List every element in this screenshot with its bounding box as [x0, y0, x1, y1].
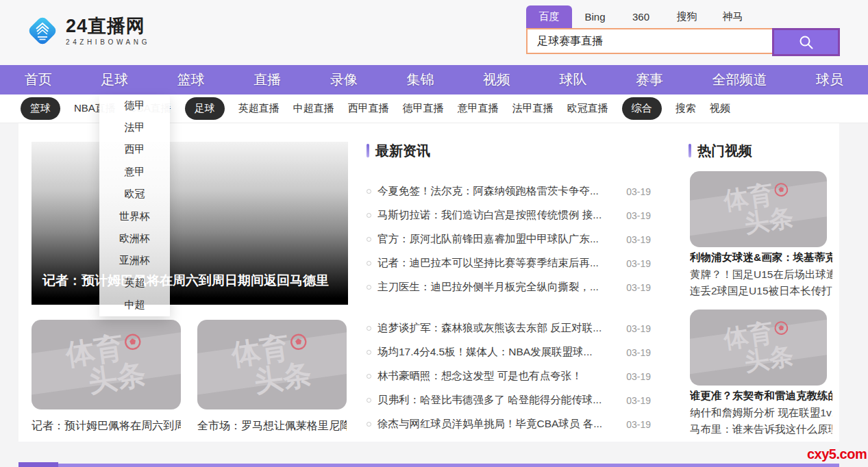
site-watermark: cxy5.com: [807, 446, 867, 462]
news-link[interactable]: 林书豪晒照：想念这发型 可是也有点夸张！: [377, 369, 619, 383]
sports-headline-watermark: 体育 头条: [32, 320, 181, 409]
news-row: 今夏免签！法尔克：阿森纳领跑格雷茨卡争夺... 03-19: [367, 179, 651, 203]
engine-tab-baidu[interactable]: 百度: [526, 5, 572, 28]
engine-tab-shenma[interactable]: 神马: [710, 5, 756, 28]
news-date: 03-19: [619, 234, 651, 245]
bullet-icon: [367, 398, 371, 403]
video-caption[interactable]: 马布里：谁来告诉我这什么原理: [690, 421, 832, 438]
nav-item-all-channels[interactable]: 全部频道: [707, 71, 773, 89]
dropdown-item-seriea[interactable]: 意甲: [99, 161, 170, 183]
dropdown-item-eurocup[interactable]: 欧洲杯: [99, 227, 170, 249]
section-title: 热门视频: [697, 142, 752, 160]
nav-item-replay[interactable]: 录像: [325, 71, 363, 89]
news-link[interactable]: 记者：迪巴拉本可以坚持比赛等赛季结束后再...: [377, 256, 619, 270]
news-link[interactable]: 马斯切拉诺：我们造访白宫是按照传统惯例 接...: [377, 208, 619, 223]
news-link[interactable]: 贝弗利：哈登比韦德强多了 哈登能得分能传球...: [377, 393, 619, 407]
nav-item-basketball[interactable]: 篮球: [172, 71, 210, 89]
search-button[interactable]: [772, 28, 840, 56]
video-caption[interactable]: 连丢2球国足U15被日本长传打: [690, 283, 832, 300]
nav-item-players[interactable]: 球员: [810, 71, 849, 89]
bullet-icon: [367, 350, 371, 355]
news-link[interactable]: 主刀医生：迪巴拉外侧半月板完全纵向撕裂，...: [377, 280, 619, 294]
news-card-title[interactable]: 全市场：罗马想让佩莱格里尼降: [197, 419, 347, 433]
news-date: 03-19: [619, 395, 651, 406]
nav-item-live[interactable]: 直播: [248, 71, 286, 89]
section-accent-bar: [689, 144, 691, 157]
nav-item-highlights[interactable]: 集锦: [401, 71, 439, 89]
video-caption[interactable]: 纳什和詹姆斯分析 现在联盟1v1: [690, 405, 832, 422]
news-link[interactable]: 官方：原河北队前锋田嘉睿加盟中甲球队广东...: [377, 232, 619, 247]
nav-item-football[interactable]: 足球: [95, 71, 134, 89]
site-logo[interactable]: 24直播网 24ZHIBOWANG: [26, 14, 150, 47]
bullet-icon: [367, 189, 371, 194]
sports-headline-watermark: 体育 头条: [197, 320, 347, 409]
engine-tab-sogou[interactable]: 搜狗: [664, 5, 710, 28]
video-thumbnail[interactable]: 体育 头条: [690, 310, 827, 386]
news-card: 体育 头条 全市场：罗马想让佩莱格里尼降: [197, 320, 347, 433]
subnav-item-basketball[interactable]: 篮球: [21, 97, 60, 120]
page: 24直播网 24ZHIBOWANG 百度 Bing 360 搜狗 神马: [0, 0, 868, 467]
football-icon: [773, 181, 790, 198]
dropdown-item-csl[interactable]: 中超: [99, 294, 170, 316]
subnav-item-video[interactable]: 视频: [710, 102, 730, 115]
logo-diamond-icon: [26, 14, 59, 47]
news-date: 03-19: [619, 419, 651, 430]
dropdown-item-epl[interactable]: 英超: [99, 272, 170, 294]
dropdown-item-laliga[interactable]: 西甲: [99, 139, 170, 161]
video-thumbnail[interactable]: 体育 头条: [690, 171, 827, 247]
dropdown-item-ucl[interactable]: 欧冠: [99, 184, 170, 205]
subnav-item-ligue1[interactable]: 法甲直播: [512, 102, 554, 115]
subnav-item-seriea[interactable]: 意甲直播: [458, 102, 499, 115]
footer-accent-segment: [18, 462, 58, 467]
subnav-item-ucl[interactable]: 欧冠直播: [567, 102, 608, 115]
latest-news-header: 最新资讯: [367, 143, 430, 158]
news-date: 03-19: [619, 371, 651, 382]
news-card-title[interactable]: 记者：预计姆巴佩将在周六到周: [32, 419, 181, 433]
news-list-group-2: 追梦谈扩军：森林狼或灰熊该去东部 反正对联... 03-19 场均17.4分4.…: [367, 316, 651, 436]
subnav-item-search[interactable]: 搜索: [675, 102, 696, 115]
logo-subtitle: 24ZHIBOWANG: [66, 38, 150, 46]
subnav-item-laliga[interactable]: 西甲直播: [348, 102, 389, 115]
nav-item-home[interactable]: 首页: [19, 71, 58, 89]
news-card-thumbnail[interactable]: 体育 头条: [197, 320, 347, 409]
news-row: 记者：迪巴拉本可以坚持比赛等赛季结束后再... 03-19: [367, 251, 651, 275]
nav-item-video[interactable]: 视频: [478, 71, 516, 89]
video-captions-2: 谁更准？东契奇和雷迪克教练的 纳什和詹姆斯分析 现在联盟1v1 马布里：谁来告诉…: [690, 388, 832, 438]
hero-story[interactable]: 记者：预计姆巴佩将在周六到周日期间返回马德里: [32, 142, 348, 305]
hero-caption: 记者：预计姆巴佩将在周六到周日期间返回马德里: [42, 272, 329, 290]
video-caption[interactable]: 黄牌？！国足U15在后场出球遭: [690, 266, 832, 283]
news-link[interactable]: 今夏免签！法尔克：阿森纳领跑格雷茨卡争夺...: [377, 184, 619, 199]
dropdown-item-worldcup[interactable]: 世界杯: [99, 205, 170, 227]
dropdown-item-bundesliga[interactable]: 德甲: [99, 94, 170, 116]
dropdown-item-asiancup[interactable]: 亚洲杯: [99, 250, 170, 272]
news-row: 官方：原河北队前锋田嘉睿加盟中甲球队广东... 03-19: [367, 227, 651, 251]
subnav-item-football[interactable]: 足球: [185, 97, 225, 120]
subnav-item-bundesliga[interactable]: 德甲直播: [403, 102, 444, 115]
news-card-thumbnail[interactable]: 体育 头条: [32, 320, 181, 409]
hot-videos-header: 热门视频: [689, 143, 752, 158]
news-date: 03-19: [619, 282, 651, 293]
news-link[interactable]: 徐杰与网红球员洋妈单挑局！毕竟CBA球员 各...: [377, 417, 619, 431]
football-league-dropdown: 德甲 法甲 西甲 意甲 欧冠 世界杯 欧洲杯 亚洲杯 英超 中超: [99, 94, 170, 316]
watermark-line-2: 头条: [86, 359, 147, 396]
bullet-icon: [367, 422, 371, 427]
news-link[interactable]: 场均17.4分4.5板！媒体人：NBA发展联盟球...: [377, 345, 619, 359]
search-box: [526, 28, 840, 54]
bullet-icon: [367, 374, 371, 379]
news-link[interactable]: 追梦谈扩军：森林狼或灰熊该去东部 反正对联...: [377, 321, 619, 336]
dropdown-item-ligue1[interactable]: 法甲: [99, 116, 170, 138]
engine-tab-bing[interactable]: Bing: [572, 5, 618, 28]
news-date: 03-19: [619, 258, 651, 269]
nav-item-events[interactable]: 赛事: [630, 71, 669, 89]
bullet-icon: [367, 237, 371, 242]
engine-tab-360[interactable]: 360: [618, 5, 664, 28]
footer-bar: [58, 464, 839, 467]
video-caption[interactable]: 谁更准？东契奇和雷迪克教练的: [690, 388, 832, 405]
subnav-item-epl[interactable]: 英超直播: [238, 102, 280, 115]
sports-headline-watermark: 体育 头条: [690, 171, 827, 247]
nav-item-teams[interactable]: 球队: [554, 71, 592, 89]
search-input[interactable]: [528, 29, 769, 53]
video-caption[interactable]: 利物浦女球迷&画家：埃基蒂克: [690, 249, 832, 266]
subnav-item-csl[interactable]: 中超直播: [293, 102, 334, 115]
subnav-item-general[interactable]: 综合: [622, 97, 662, 120]
